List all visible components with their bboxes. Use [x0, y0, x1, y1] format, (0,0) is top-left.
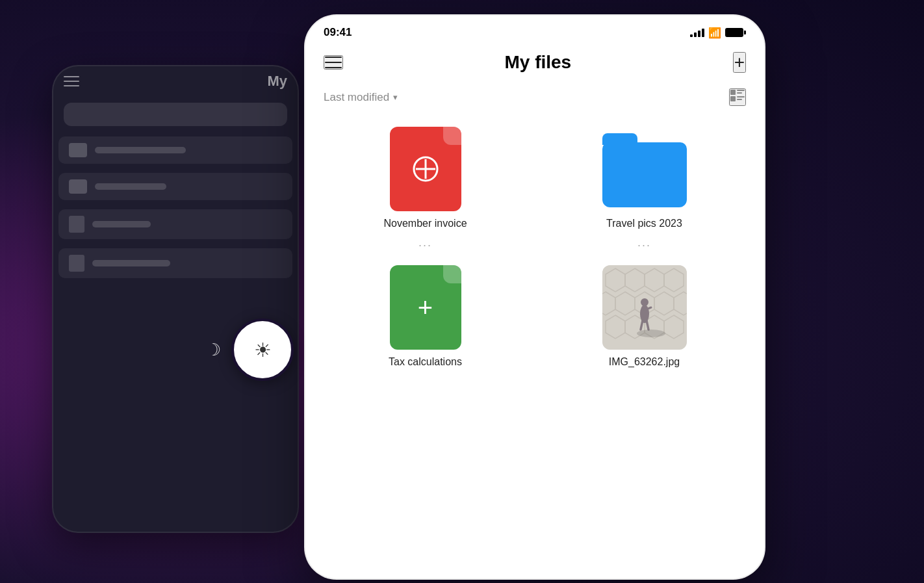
svg-point-24: [640, 305, 649, 323]
dark-folder-icon: [69, 179, 87, 194]
svg-rect-2: [737, 92, 742, 94]
battery-icon: [725, 28, 746, 37]
svg-rect-1: [737, 90, 745, 91]
spreadsheet-file-icon: +: [390, 265, 461, 350]
sort-label: Last modified: [324, 91, 389, 104]
toggle-knob[interactable]: ☀: [231, 318, 294, 381]
file-item-img-63262[interactable]: IMG_63262.jpg: [543, 265, 746, 368]
file-item-tax-calculations[interactable]: + Tax calculations: [324, 265, 527, 368]
folder-file-icon: [602, 142, 687, 207]
dark-list-item: [58, 248, 292, 278]
dark-search-bar: [64, 103, 287, 126]
svg-rect-3: [730, 96, 736, 101]
pdf-file-icon: [390, 127, 461, 211]
sort-button[interactable]: Last modified ▾: [324, 91, 398, 104]
signal-icon: [690, 28, 704, 37]
file-name: Travel pics 2023: [606, 218, 682, 229]
page-title: My files: [504, 52, 571, 73]
svg-rect-4: [737, 96, 745, 97]
status-icons: 📶: [690, 27, 746, 39]
menu-button[interactable]: [324, 55, 343, 70]
wifi-icon: 📶: [708, 27, 721, 39]
file-grid: November invoice ... Travel pics 2023 ..…: [305, 116, 764, 378]
status-bar: 09:41 📶: [305, 16, 764, 44]
file-name: IMG_63262.jpg: [609, 356, 680, 368]
image-thumbnail: [602, 265, 687, 350]
status-time: 09:41: [324, 26, 352, 39]
light-phone: 09:41 📶 My files + Last modified ▾: [304, 14, 765, 580]
moon-icon: ☽: [195, 331, 231, 368]
dark-phone-title: My: [267, 73, 287, 90]
file-menu-button[interactable]: ...: [637, 236, 651, 250]
dark-list-item: [58, 209, 292, 239]
folder-icon-wrapper: [602, 127, 687, 211]
spreadsheet-icon-wrapper: +: [383, 265, 468, 350]
pdf-icon-wrapper: [383, 127, 468, 211]
app-header: My files +: [305, 44, 764, 83]
dark-list-item: [58, 136, 292, 164]
sun-icon: ☀: [254, 339, 272, 361]
dark-folder-icon: [69, 143, 87, 157]
file-name: Tax calculations: [389, 356, 462, 368]
sort-chevron-icon: ▾: [393, 92, 398, 102]
image-icon-wrapper: [602, 265, 687, 350]
file-item-november-invoice[interactable]: November invoice ...: [324, 127, 527, 250]
file-name: November invoice: [383, 218, 467, 229]
theme-toggle[interactable]: ☽ ☀: [195, 318, 294, 381]
add-button[interactable]: +: [733, 52, 746, 73]
view-toggle-button[interactable]: [729, 88, 746, 106]
dark-hamburger-icon: [64, 76, 79, 86]
svg-rect-0: [730, 90, 736, 95]
file-menu-button[interactable]: ...: [418, 236, 432, 250]
svg-rect-5: [737, 99, 742, 100]
dark-list-item: [58, 173, 292, 200]
sort-bar: Last modified ▾: [305, 83, 764, 116]
file-item-travel-pics[interactable]: Travel pics 2023 ...: [543, 127, 746, 250]
dark-phone: My: [52, 65, 299, 533]
svg-point-28: [637, 330, 665, 337]
